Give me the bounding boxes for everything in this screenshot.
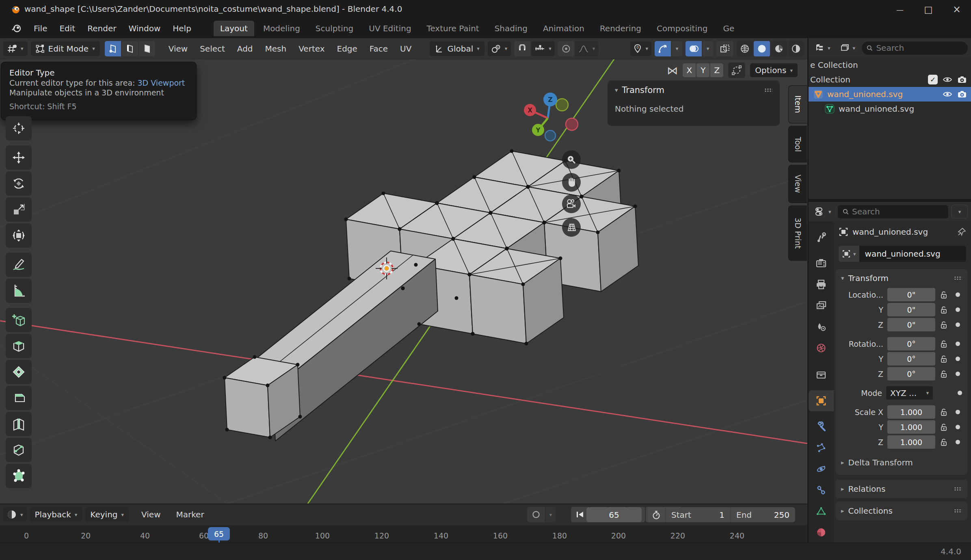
viewport-3d[interactable]: ⋈ X Y Z Options▾ Editor Type Current edi… [0,59,807,504]
camera-visibility-icon[interactable] [957,90,967,98]
tab-output-properties[interactable] [809,274,834,295]
tab-material-properties[interactable] [809,522,834,543]
menu-window[interactable]: Window [122,24,167,33]
animate-decorator[interactable] [956,410,960,414]
timeline-editor-type-button[interactable]: ▾ [3,507,27,522]
shading-wireframe-button[interactable] [737,41,753,56]
show-gizmo-dropdown[interactable]: 0 ▾ [630,41,651,56]
workspace-tab-uv-editing[interactable]: UV Editing [362,21,417,36]
tool-knife[interactable] [6,438,32,462]
proportional-editing-button[interactable] [558,41,574,56]
snap-settings-dropdown[interactable]: ▾ [531,41,555,56]
rotation-mode-dropdown[interactable]: XYZ ...▾ [886,386,933,400]
transform-value-field[interactable]: 1.000 [887,435,935,449]
tool-annotate[interactable] [6,253,32,277]
tab-modifier-properties[interactable] [809,416,834,437]
tool-transform[interactable] [6,223,32,248]
tab-constraint-properties[interactable] [809,480,834,501]
snap-base-button[interactable] [728,63,745,78]
camera-visibility-icon[interactable] [957,76,967,84]
panel-grip-icon[interactable] [764,88,772,92]
tool-extrude[interactable] [6,334,32,358]
tool-measure[interactable] [6,279,32,303]
keying-dropdown[interactable]: Keying▾ [85,507,129,522]
lock-icon[interactable] [939,305,948,314]
outliner-display-mode-dropdown[interactable]: ▾ [812,41,834,55]
transform-orientation-dropdown[interactable]: Global ▾ [430,41,484,56]
area-divider[interactable] [807,38,809,543]
tool-move[interactable] [6,145,32,170]
tool-scale[interactable] [6,197,32,222]
tab-world-properties[interactable] [809,337,834,359]
use-preview-range-button[interactable] [647,507,665,522]
timeline-menu-marker[interactable]: Marker [170,510,210,519]
panel-grip-icon[interactable] [954,276,962,280]
object-id-dropdown[interactable]: ▾ [839,246,859,262]
animate-decorator[interactable] [956,342,960,346]
editor-type-button[interactable]: ▾ [3,41,28,56]
tab-particle-properties[interactable] [809,437,834,458]
transform-collapse-icon[interactable]: ▾ [841,275,844,281]
options-dropdown[interactable]: Options▾ [750,63,798,77]
tab-viewlayer-properties[interactable] [809,295,834,316]
animate-decorator[interactable] [956,292,960,297]
tab-tool-properties[interactable] [809,227,834,248]
tab-physics-properties[interactable] [809,458,834,480]
overlays-toggle-button[interactable] [686,41,702,56]
auto-keying-button[interactable] [527,507,545,522]
pin-icon[interactable] [957,227,966,236]
delta-transform-toggle[interactable]: ▸Delta Transform [841,458,962,467]
tool-loop-cut[interactable] [6,412,32,436]
timeline-menu-view[interactable]: View [135,510,167,519]
gizmos-toggle-button[interactable] [655,41,671,56]
grid-ortho-button[interactable] [562,218,581,237]
properties-options-chevron[interactable]: ▾ [952,205,968,218]
navigation-gizmo[interactable]: Z X Y [520,89,585,146]
viewport-menu-view[interactable]: View [162,44,194,54]
tab-data-properties[interactable] [809,501,834,522]
mirror-y-button[interactable]: Y [696,63,709,77]
panel-grip-icon[interactable] [954,509,962,513]
lock-icon[interactable] [939,370,948,378]
pan-button[interactable] [562,173,581,192]
tab-3d-print[interactable]: 3D Print [788,205,807,261]
transform-value-field[interactable]: 0" [887,288,935,301]
start-frame-field[interactable]: Start1 [665,507,730,522]
minimize-button[interactable]: — [886,0,914,19]
viewport-menu-uv[interactable]: UV [394,44,417,54]
tab-item[interactable]: Item [788,85,807,123]
shading-solid-button[interactable] [754,41,770,56]
mesh-viewport-canvas[interactable] [0,59,807,504]
hide-eye-icon[interactable] [943,91,952,97]
tool-poly-build[interactable] [6,464,32,488]
viewport-menu-add[interactable]: Add [231,44,259,54]
viewport-menu-face[interactable]: Face [363,44,394,54]
outliner-search-input[interactable] [876,43,963,53]
outliner-filter-dropdown[interactable]: ▾ [837,41,859,55]
area-divider-horizontal[interactable] [809,199,971,202]
face-select-button[interactable] [139,41,155,56]
transform-value-field[interactable]: 1.000 [887,420,935,434]
blender-menu-logo-icon[interactable] [11,24,22,33]
relations-panel[interactable]: ▸Relations [835,480,968,498]
pivot-point-dropdown[interactable]: ▾ [488,41,511,56]
animate-decorator[interactable] [956,322,960,327]
lock-icon[interactable] [939,408,948,417]
workspace-tab-modeling[interactable]: Modeling [257,21,307,36]
collection-checkbox[interactable]: ✓ [928,75,938,84]
collections-panel[interactable]: ▸Collections [835,502,968,520]
lock-icon[interactable] [939,290,948,299]
viewport-menu-vertex[interactable]: Vertex [292,44,331,54]
workspace-tab-animation[interactable]: Animation [536,21,591,36]
outliner-row-scene-collection[interactable]: e Collection [809,58,971,72]
viewport-menu-edge[interactable]: Edge [331,44,363,54]
maximize-button[interactable]: □ [914,0,943,19]
transform-value-field[interactable]: 0° [887,352,935,365]
workspace-tab-shading[interactable]: Shading [488,21,534,36]
vertex-select-button[interactable] [105,41,121,56]
animate-decorator[interactable] [956,357,960,361]
gizmos-dropdown-chevron[interactable]: ▾ [672,41,682,56]
animate-decorator[interactable] [956,440,960,444]
workspace-tab-sculpting[interactable]: Sculpting [309,21,360,36]
menu-help[interactable]: Help [167,24,197,33]
